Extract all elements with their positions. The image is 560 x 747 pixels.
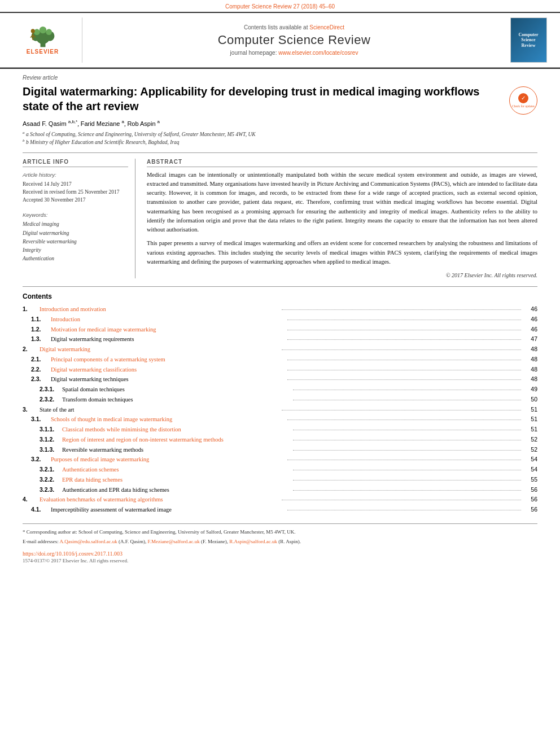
- abstract-text: Medical images can be intentionally or u…: [147, 171, 537, 267]
- affiliation-1: a a School of Computing, Science and Eng…: [23, 130, 537, 138]
- email-3-link[interactable]: R.Aspin@salford.ac.uk: [229, 539, 277, 544]
- toc-item: 1.3. Digital watermarking requirements 4…: [23, 335, 537, 344]
- toc-page: 48: [523, 365, 537, 374]
- toc-num: 4.: [23, 495, 40, 504]
- toc-num: 1.1.: [23, 315, 51, 324]
- received-date: Received 14 July 2017: [23, 180, 128, 188]
- toc-title[interactable]: Introduction: [51, 315, 285, 324]
- toc-num: 3.1.2.: [23, 435, 62, 444]
- toc-item: 4. Evaluation benchmarks of watermarking…: [23, 495, 537, 504]
- toc-item: 3.2.3. Authentication and EPR data hidin…: [23, 486, 537, 495]
- copyright-line: © 2017 Elsevier Inc. All rights reserved…: [147, 272, 537, 278]
- abstract-paragraph-2: This paper presents a survey of medical …: [147, 239, 537, 267]
- toc-title[interactable]: Motivation for medical image watermarkin…: [51, 325, 285, 334]
- toc-page: 48: [523, 355, 537, 364]
- elsevier-logo: ELSEVIER: [26, 26, 60, 55]
- toc-item: 2.3.2. Transform domain techniques 50: [23, 395, 537, 404]
- toc-num: 1.: [23, 305, 40, 314]
- toc-item: 1.2. Motivation for medical image waterm…: [23, 325, 537, 334]
- toc-title: Imperceptibility assessment of watermark…: [51, 505, 285, 514]
- toc-num: 2.2.: [23, 365, 51, 374]
- email-2-link[interactable]: F.Meziane@salford.ac.uk: [148, 539, 200, 544]
- footer-section: * Corresponding author at: School of Com…: [23, 523, 537, 563]
- toc-page: 48: [523, 375, 537, 384]
- footnote-emails: E-mail addresses: A.Qasim@edu.salford.ac…: [23, 538, 537, 546]
- toc-num: 3.2.1.: [23, 465, 62, 474]
- toc-title[interactable]: Region of interest and region of non-int…: [62, 435, 291, 444]
- doi-link[interactable]: https://doi.org/10.1016/j.cosrev.2017.11…: [23, 551, 537, 557]
- toc-page: 55: [523, 475, 537, 484]
- toc-title: Digital watermarking requirements: [51, 335, 285, 344]
- toc-title[interactable]: EPR data hiding schemes: [62, 475, 291, 484]
- toc-page: 52: [523, 435, 537, 444]
- author-rob: Rob Aspin a: [127, 120, 160, 127]
- abstract-column: Abstract Medical images can be intention…: [147, 159, 537, 279]
- toc-num: 3.: [23, 405, 40, 414]
- journal-citation: Computer Science Review 27 (2018) 45–60: [225, 3, 335, 10]
- main-content: Review article Digital watermarking: App…: [0, 68, 560, 575]
- toc-title[interactable]: Authentication schemes: [62, 465, 291, 474]
- toc-item: 4.1. Imperceptibility assessment of wate…: [23, 505, 537, 514]
- toc-title: Digital watermarking techniques: [51, 375, 285, 384]
- toc-title[interactable]: Principal components of a watermarking s…: [51, 355, 285, 364]
- elsevier-text: ELSEVIER: [27, 49, 59, 55]
- cover-title-line2: Science: [521, 37, 535, 43]
- toc-num: 3.2.: [23, 455, 51, 464]
- toc-title[interactable]: Digital watermarking classifications: [51, 365, 285, 374]
- toc-item: 3.2.1. Authentication schemes 54: [23, 465, 537, 474]
- affiliation-2: b b Ministry of Higher Education and Sci…: [23, 138, 537, 146]
- toc-num: 3.1.: [23, 415, 51, 424]
- keyword-3: Reversible watermarking: [23, 238, 128, 246]
- svg-point-7: [30, 29, 34, 33]
- toc-item: 1.1. Introduction 46: [23, 315, 537, 324]
- toc-title[interactable]: Purposes of medical image watermarking: [51, 455, 285, 464]
- contents-heading: Contents: [23, 292, 537, 300]
- toc-page: 52: [523, 445, 537, 455]
- toc-page: 46: [523, 315, 537, 324]
- contents-available: Contents lists available at ScienceDirec…: [244, 24, 344, 30]
- author-asaad: Asaad F. Qasim a,b,*: [23, 120, 77, 127]
- toc-item: 1. Introduction and motivation 46: [23, 305, 537, 314]
- article-title-row: Digital watermarking: Applicability for …: [23, 84, 537, 115]
- toc-page: 56: [523, 486, 537, 495]
- toc-num: 3.1.3.: [23, 445, 62, 455]
- email-1-link[interactable]: A.Qasim@edu.salford.ac.uk: [60, 539, 117, 544]
- toc-page: 46: [523, 305, 537, 314]
- toc-num: 2.3.1.: [23, 385, 62, 394]
- toc-title[interactable]: Evaluation benchmarks of watermarking al…: [40, 495, 279, 504]
- svg-point-6: [39, 26, 46, 33]
- journal-cover: Computer Science Review: [510, 18, 547, 63]
- toc-title[interactable]: Digital watermarking: [40, 345, 279, 354]
- toc-title: Spatial domain techniques: [62, 385, 291, 394]
- toc-page: 48: [523, 345, 537, 354]
- accepted-date: Accepted 30 November 2017: [23, 196, 128, 204]
- two-column-layout: Article Info Article history: Received 1…: [23, 152, 537, 279]
- svg-point-4: [34, 29, 40, 35]
- toc-title[interactable]: Classical methods while minimising the d…: [62, 425, 291, 434]
- keyword-1: Medical imaging: [23, 220, 128, 229]
- homepage-link[interactable]: www.elsevier.com/locate/cosrev: [278, 50, 358, 56]
- journal-header-center: Contents lists available at ScienceDirec…: [88, 18, 500, 63]
- toc-page: 54: [523, 465, 537, 474]
- toc-page: 56: [523, 495, 537, 504]
- toc-item: 3.1.1. Classical methods while minimisin…: [23, 425, 537, 434]
- toc-item: 3.1. Schools of thought in medical image…: [23, 415, 537, 424]
- footnote-corresponding: * Corresponding author at: School of Com…: [23, 528, 537, 536]
- toc-item: 3.2.2. EPR data hiding schemes 55: [23, 475, 537, 484]
- keyword-5: Authentication: [23, 255, 128, 263]
- toc-item: 3.2. Purposes of medical image watermark…: [23, 455, 537, 464]
- toc-title[interactable]: Schools of thought in medical image wate…: [51, 415, 285, 424]
- toc-page: 46: [523, 325, 537, 334]
- publisher-logo-area: ELSEVIER: [9, 18, 82, 63]
- sciencedirect-link[interactable]: ScienceDirect: [309, 24, 344, 30]
- toc-num: 1.3.: [23, 335, 51, 344]
- toc-num: 3.1.1.: [23, 425, 62, 434]
- toc-title[interactable]: Introduction and motivation: [40, 305, 279, 314]
- toc-item: 3.1.3. Reversible watermarking methods 5…: [23, 445, 537, 455]
- keyword-2: Digital watermarking: [23, 229, 128, 238]
- journal-title: Computer Science Review: [218, 33, 371, 47]
- toc-item: 3.1.2. Region of interest and region of …: [23, 435, 537, 444]
- toc-num: 2.3.: [23, 375, 51, 384]
- page-wrapper: Computer Science Review 27 (2018) 45–60: [0, 0, 560, 575]
- toc-page: 54: [523, 455, 537, 464]
